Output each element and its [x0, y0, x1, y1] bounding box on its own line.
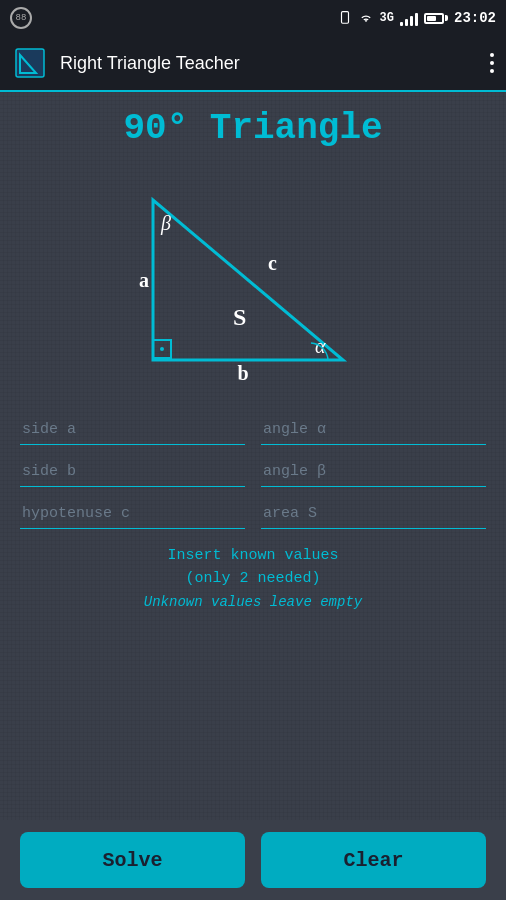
- overflow-menu-button[interactable]: [490, 53, 494, 73]
- side-a-input[interactable]: [20, 415, 245, 445]
- hypotenuse-c-field-group: [20, 499, 245, 529]
- instructions-line2: (only 2 needed): [144, 568, 362, 591]
- svg-point-6: [160, 347, 164, 351]
- side-a-field-group: [20, 415, 245, 445]
- label-b: b: [237, 362, 248, 384]
- signal-strength-icon: [400, 10, 418, 26]
- app-bar: Right Triangle Teacher: [0, 36, 506, 92]
- input-fields: [20, 415, 486, 529]
- area-s-field-group: [261, 499, 486, 529]
- side-b-input[interactable]: [20, 457, 245, 487]
- app-badge: 88: [10, 7, 32, 29]
- instructions-line1: Insert known values: [144, 545, 362, 568]
- area-s-input[interactable]: [261, 499, 486, 529]
- label-c: c: [268, 252, 277, 274]
- page-title: 90° Triangle: [123, 108, 382, 149]
- wifi-icon: [358, 12, 374, 24]
- status-bar: 88 3G: [0, 0, 506, 36]
- app-title: Right Triangle Teacher: [60, 53, 490, 74]
- main-content: 90° Triangle a b c S β α: [0, 92, 506, 900]
- status-left: 88: [10, 7, 32, 29]
- battery-icon: [424, 13, 448, 24]
- app-logo-icon: [12, 45, 48, 81]
- angle-beta-input[interactable]: [261, 457, 486, 487]
- svg-rect-0: [341, 12, 348, 24]
- instructions-text: Insert known values (only 2 needed) Unkn…: [144, 545, 362, 610]
- phone-icon: [338, 11, 352, 25]
- side-b-field-group: [20, 457, 245, 487]
- clear-button[interactable]: Clear: [261, 832, 486, 888]
- label-beta: β: [160, 212, 171, 235]
- hypotenuse-c-input[interactable]: [20, 499, 245, 529]
- network-type: 3G: [380, 11, 394, 25]
- solve-button[interactable]: Solve: [20, 832, 245, 888]
- angle-alpha-input[interactable]: [261, 415, 486, 445]
- status-right: 3G 23:02: [338, 10, 496, 26]
- clock: 23:02: [454, 10, 496, 26]
- action-buttons: Solve Clear: [0, 820, 506, 900]
- label-a: a: [139, 269, 149, 291]
- angle-alpha-field-group: [261, 415, 486, 445]
- angle-beta-field-group: [261, 457, 486, 487]
- instructions-line3: Unknown values leave empty: [144, 594, 362, 610]
- label-s: S: [233, 304, 246, 330]
- triangle-svg: a b c S β α: [123, 175, 383, 385]
- triangle-diagram: a b c S β α: [20, 165, 486, 395]
